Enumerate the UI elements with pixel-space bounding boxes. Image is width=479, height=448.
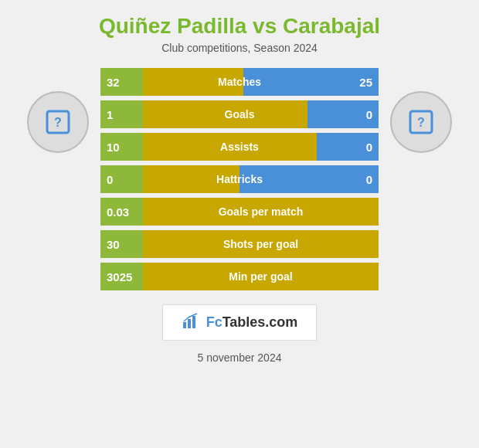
stats-container: 32Matches251Goals010Assists00Hattricks00…	[100, 68, 379, 290]
stat-row-6: 3025Min per goal	[100, 263, 379, 290]
stat-row-0: 32Matches25	[100, 68, 379, 96]
svg-text:?: ?	[417, 116, 425, 129]
stat-left-val-0: 32	[100, 68, 143, 96]
stat-left-val-1: 1	[100, 100, 143, 128]
stat-right-val-0: 25	[336, 68, 379, 96]
page-title: Quiñez Padilla vs Carabajal	[99, 14, 380, 39]
stat-left-val-4: 0.03	[100, 198, 143, 226]
stat-left-val-5: 30	[100, 230, 143, 258]
svg-text:?: ?	[54, 116, 62, 129]
page-subtitle: Club competitions, Season 2024	[161, 42, 318, 54]
stat-right-val-2: 0	[336, 133, 379, 161]
avatar-right-image: ?	[390, 91, 452, 153]
stat-label-area-1: Goals	[143, 100, 336, 128]
svg-rect-5	[188, 319, 191, 328]
avatar-right: ?	[379, 68, 464, 153]
stat-label-area-4: Goals per match	[143, 198, 379, 226]
date-label: 5 november 2024	[198, 351, 282, 364]
avatar-left-image: ?	[27, 91, 89, 153]
stat-right-val-1: 0	[336, 100, 379, 128]
stat-label-text-3: Hattricks	[216, 173, 263, 185]
svg-rect-6	[192, 316, 195, 328]
svg-rect-4	[183, 322, 186, 328]
stat-label-area-3: Hattricks	[143, 165, 336, 193]
stat-left-val-3: 0	[100, 165, 143, 193]
stat-row-4: 0.03Goals per match	[100, 198, 379, 226]
avatar-left: ?	[15, 68, 100, 153]
stat-row-5: 30Shots per goal	[100, 230, 379, 258]
stat-left-val-6: 3025	[100, 263, 143, 290]
stat-label-text-4: Goals per match	[219, 205, 304, 218]
stat-label-text-6: Min per goal	[229, 270, 292, 283]
stat-label-text-1: Goals	[225, 108, 255, 120]
stat-right-val-3: 0	[336, 165, 379, 193]
stat-label-text-0: Matches	[218, 76, 261, 88]
comparison-area: ? 32Matches251Goals010Assists00Hattricks…	[0, 68, 479, 290]
footer-logo: FcTables.com	[162, 304, 318, 341]
stat-row-1: 1Goals0	[100, 100, 379, 128]
stat-label-text-5: Shots per goal	[223, 238, 298, 250]
stat-row-2: 10Assists0	[100, 133, 379, 161]
fctables-logo-text: FcTables.com	[206, 314, 298, 331]
stat-label-area-0: Matches	[143, 68, 336, 96]
stat-label-area-2: Assists	[143, 133, 336, 161]
page-wrapper: Quiñez Padilla vs Carabajal Club competi…	[0, 0, 479, 448]
fctables-icon	[182, 311, 200, 334]
stat-label-area-5: Shots per goal	[143, 230, 379, 258]
stat-left-val-2: 10	[100, 133, 143, 161]
stat-label-text-2: Assists	[220, 141, 259, 153]
stat-label-area-6: Min per goal	[143, 263, 379, 290]
stat-row-3: 0Hattricks0	[100, 165, 379, 193]
